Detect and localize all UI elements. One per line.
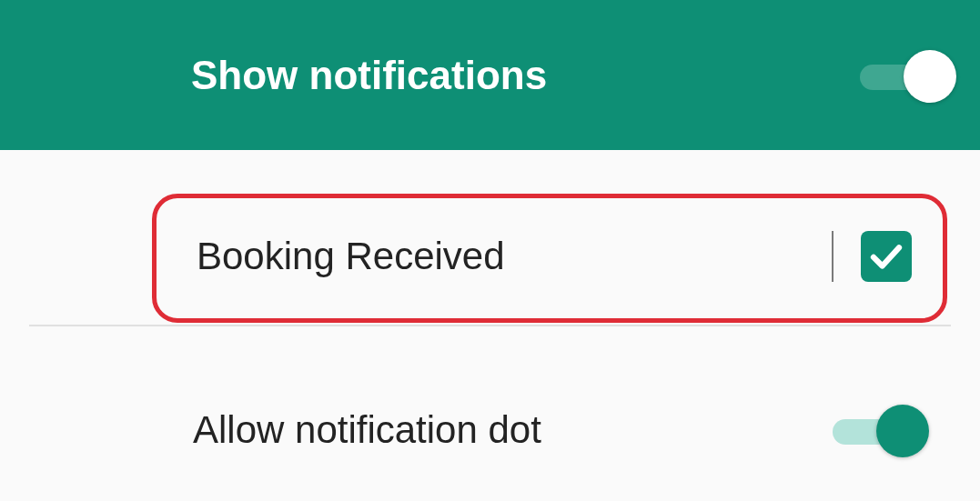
- header-title: Show notifications: [191, 53, 547, 98]
- toggle-thumb: [876, 405, 929, 457]
- show-notifications-toggle[interactable]: [860, 55, 951, 95]
- toggle-thumb: [904, 50, 956, 103]
- allow-dot-label: Allow notification dot: [193, 408, 541, 452]
- notifications-header: Show notifications: [0, 0, 980, 150]
- category-label: Booking Received: [197, 235, 505, 278]
- horizontal-divider: [29, 325, 951, 326]
- allow-dot-toggle[interactable]: [833, 410, 924, 450]
- vertical-divider: [832, 231, 834, 282]
- category-checkbox[interactable]: [861, 231, 912, 282]
- allow-notification-dot-row[interactable]: Allow notification dot: [29, 408, 951, 452]
- checkmark-icon: [867, 237, 905, 276]
- settings-list: Booking Received Allow notification dot: [0, 150, 980, 452]
- row-right-group: [832, 231, 912, 282]
- notification-category-row[interactable]: Booking Received: [152, 194, 947, 323]
